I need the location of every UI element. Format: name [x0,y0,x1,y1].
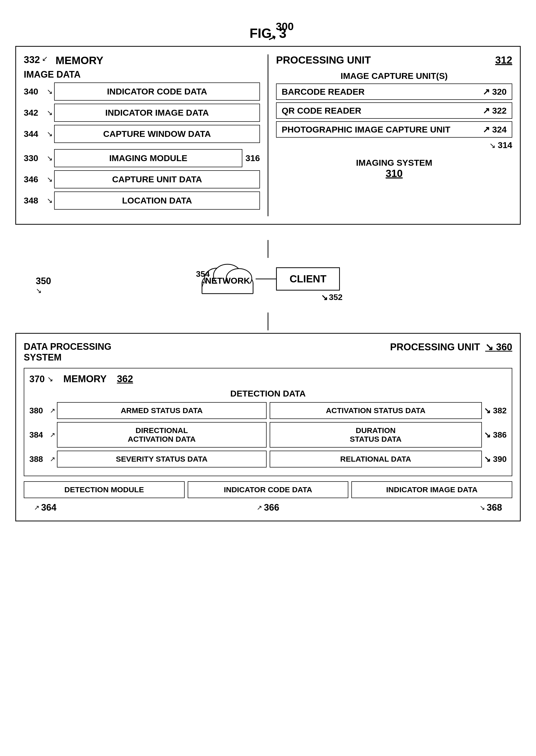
ref-320: ↗ 320 [483,86,507,97]
memory-section: 370 ↘ MEMORY 362 DETECTION DATA 380 ↗ AR… [24,368,512,476]
ref-360: ↘ 360 [485,341,512,353]
detection-grid-3: 388 ↗ SEVERITY STATUS DATA RELATIONAL DA… [29,451,507,468]
tick-348-icon: ↘ [47,196,52,205]
tick-344-icon: ↘ [47,130,52,138]
memory-label-bottom: MEMORY [63,374,107,384]
right-panel: PROCESSING UNIT 312 IMAGE CAPTURE UNIT(S… [268,54,512,216]
arrow-388-icon: ↗ [50,455,55,463]
memory-label: MEMORY [55,54,103,67]
capture-window-row: 344 ↘ CAPTURE WINDOW DATA [24,125,260,143]
module-refs-row: ↗ 364 ↗ 366 ↘ 368 [24,502,512,513]
armed-status-row: 380 ↗ ARMED STATUS DATA [29,402,267,419]
top-system-box: 332 ↙ MEMORY IMAGE DATA 340 ↘ INDICATOR … [15,46,521,225]
activation-status-row: ACTIVATION STATUS DATA ↘ 382 [270,402,507,419]
network-client-connector [255,279,276,279]
memory-header-row: 370 ↘ MEMORY 362 [29,374,507,384]
ref-332: 332 [24,54,40,65]
processing-unit-label: PROCESSING UNIT [276,54,371,66]
ref-352: 352 [329,293,343,302]
ref-368-area: ↘ 368 [480,502,502,513]
ref-384: 384 [29,430,50,440]
arrow-350-icon: ↘ [36,287,42,295]
severity-box: SEVERITY STATUS DATA [57,451,267,468]
arrow-390-icon: ↘ [484,454,491,464]
activation-status-box: ACTIVATION STATUS DATA [270,402,482,419]
ref-322: ↗ 322 [483,106,507,115]
photo-capture-label: PHOTOGRAPHIC IMAGE CAPTURE UNIT [282,125,451,135]
indicator-code-row: 340 ↘ INDICATOR CODE DATA [24,82,260,101]
capture-unit-data-box: CAPTURE UNIT DATA [54,170,260,188]
image-data-header: IMAGE DATA [24,69,260,80]
ref-388: 388 [29,454,50,464]
dps-label: DATA PROCESSING SYSTEM [24,341,111,363]
tick-342-icon: ↘ [47,109,52,117]
imaging-module-row: 330 ↘ IMAGING MODULE 316 [24,149,260,167]
ref-310: 310 [276,168,512,179]
ref-368: 368 [487,502,502,513]
ref-382: ↘ 382 [484,406,507,415]
bottom-pu-label: PROCESSING UNIT [390,342,480,353]
network-client-row: 354 ↗ NETWORK CLIENT ↘ [15,260,521,297]
indicator-code-module-box: INDICATOR CODE DATA [188,481,349,498]
ref-340: 340 [24,86,47,96]
left-panel: 332 ↙ MEMORY IMAGE DATA 340 ↘ INDICATOR … [24,54,268,216]
detection-grid-2: 384 ↗ DIRECTIONAL ACTIVATION DATA DURATI… [29,422,507,447]
duration-box: DURATION STATUS DATA [270,422,482,447]
bottom-top-row: DATA PROCESSING SYSTEM PROCESSING UNIT ↘… [24,341,512,363]
imaging-system-area: IMAGING SYSTEM 310 [276,158,512,179]
arrow-360-icon: ↘ [485,342,493,352]
ref-324: ↗ 324 [483,124,507,135]
ref-354-area: 354 ↗ [196,269,210,288]
ref-330: 330 [24,153,47,163]
ref-316-label: 316 [246,153,260,163]
tick-346-icon: ↘ [47,175,52,183]
duration-row: DURATION STATUS DATA ↘ 386 [270,422,507,447]
ref-366: 366 [264,502,279,513]
ref-312: 312 [495,54,512,66]
location-data-row: 348 ↘ LOCATION DATA [24,191,260,210]
indicator-image-data-box: INDICATOR IMAGE DATA [54,104,260,122]
ref-366-area: ↗ 366 [257,502,279,513]
ref-370-area: 370 ↘ [29,374,53,384]
arrow-384-icon: ↗ [50,431,55,439]
detection-data-header: DETECTION DATA [29,389,507,399]
v-connector-bottom [15,312,521,330]
tick-340-icon: ↘ [47,87,52,96]
ref-348: 348 [24,196,47,206]
tick-330-icon: ↘ [47,154,52,162]
detection-grid-1: 380 ↗ ARMED STATUS DATA ACTIVATION STATU… [29,402,507,419]
client-area: CLIENT ↘ 352 [276,267,340,290]
ref-370: 370 [29,374,45,384]
arrow-314-icon: ↘ [489,141,496,149]
ref-350-area: 350 ↘ [36,276,51,295]
ref-342: 342 [24,108,47,118]
vertical-line-bottom [268,312,268,330]
armed-status-box: ARMED STATUS DATA [57,402,267,419]
ref-364: 364 [41,502,56,513]
capture-window-data-box: CAPTURE WINDOW DATA [54,125,260,143]
ref-354: 354 [196,269,210,279]
detection-module-box: DETECTION MODULE [24,481,184,498]
arrow-368-icon: ↘ [480,504,485,512]
arrow-366-icon: ↗ [257,504,262,512]
arrow-370-icon: ↘ [47,375,53,383]
image-capture-header: IMAGE CAPTURE UNIT(S) [276,71,512,81]
barcode-reader-box: BARCODE READER ↗ 320 [276,83,512,100]
barcode-reader-label: BARCODE READER [282,87,365,97]
indicator-code-data-box: INDICATOR CODE DATA [54,82,260,101]
relational-row: RELATIONAL DATA ↘ 390 [270,451,507,468]
dps-label-area: DATA PROCESSING SYSTEM [24,341,111,363]
ref-314-area: ↘ 314 [276,140,512,150]
ref-364-area: ↗ 364 [34,502,56,513]
ref-380: 380 [29,406,50,415]
ref-390: ↘ 390 [484,454,507,464]
capture-unit-row: 346 ↘ CAPTURE UNIT DATA [24,170,260,188]
arrow-352-icon: ↘ [321,293,328,302]
arrow-386-icon: ↘ [484,430,491,440]
ref-314: 314 [498,140,512,150]
middle-section: 350 ↘ 354 ↗ NETWORK [15,260,521,297]
ref-350: 350 [36,276,51,286]
relational-box: RELATIONAL DATA [270,451,482,468]
ref-344: 344 [24,129,47,139]
bottom-system-box: DATA PROCESSING SYSTEM PROCESSING UNIT ↘… [15,333,521,521]
